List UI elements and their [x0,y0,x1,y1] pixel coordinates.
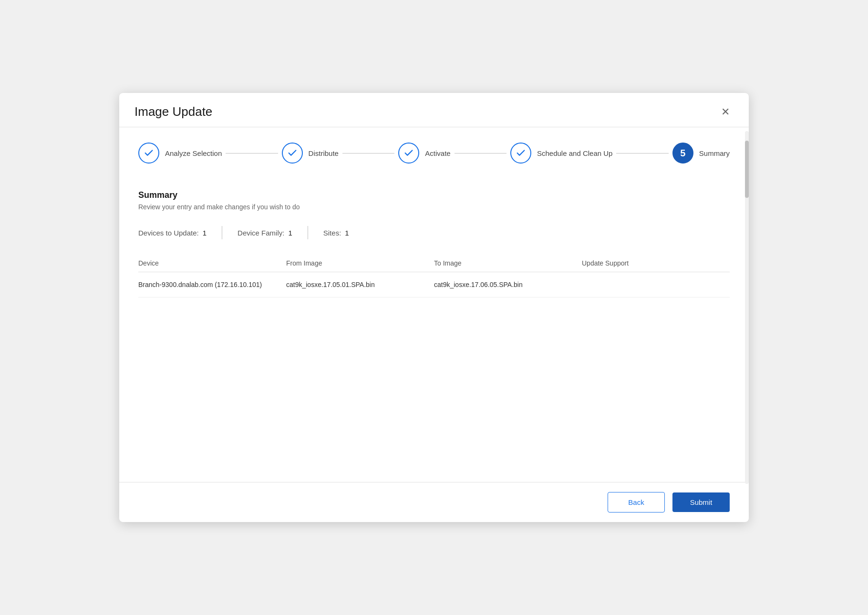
step-5-number: 5 [680,148,685,159]
col-header-from: From Image [286,259,434,267]
steps-bar: Analyze Selection Distribute Activate [119,127,749,179]
col-header-to: To Image [434,259,582,267]
table-row: Branch-9300.dnalab.com (172.16.10.101) c… [138,272,730,297]
check-icon-1 [144,148,154,158]
cell-to-image: cat9k_iosxe.17.06.05.SPA.bin [434,281,582,288]
table-header: Device From Image To Image Update Suppor… [138,255,730,272]
summary-subtitle: Review your entry and make changes if yo… [138,203,730,211]
col-header-support: Update Support [582,259,730,267]
step-2-label: Distribute [309,149,339,157]
step-1-circle [138,143,159,164]
family-value: 1 [288,229,292,237]
summary-table: Device From Image To Image Update Suppor… [138,255,730,297]
modal-title: Image Update [134,104,212,119]
scroll-track[interactable] [745,131,749,484]
sites-value: 1 [345,229,349,237]
stat-family: Device Family: 1 [238,229,308,237]
check-icon-4 [516,148,526,158]
close-icon: ✕ [721,106,730,118]
modal-container: Image Update ✕ Analyze Selection Distrib… [119,93,749,522]
devices-value: 1 [203,229,207,237]
cell-from-image: cat9k_iosxe.17.05.01.SPA.bin [286,281,434,288]
connector-4 [616,153,668,154]
step-activate: Activate [398,143,450,164]
step-5-label: Summary [699,149,730,157]
step-3-label: Activate [425,149,450,157]
step-5-circle: 5 [672,143,693,164]
step-summary: 5 Summary [672,143,730,164]
connector-1 [226,153,278,154]
cell-device: Branch-9300.dnalab.com (172.16.10.101) [138,281,286,288]
close-button[interactable]: ✕ [717,105,734,119]
scroll-thumb[interactable] [745,141,749,198]
check-icon-3 [403,148,414,158]
modal-footer: Back Submit [119,482,749,522]
connector-3 [455,153,506,154]
step-analyze: Analyze Selection [138,143,222,164]
stat-sites: Sites: 1 [323,229,364,237]
cell-update-support [582,281,730,288]
submit-button[interactable]: Submit [672,492,730,512]
modal-body: Summary Review your entry and make chang… [119,179,749,482]
stat-divider-1 [222,226,222,239]
step-4-label: Schedule and Clean Up [537,149,612,157]
connector-2 [342,153,394,154]
sites-label: Sites: [323,229,341,237]
step-1-label: Analyze Selection [165,149,222,157]
stat-divider-2 [308,226,308,239]
stat-devices: Devices to Update: 1 [138,229,222,237]
step-schedule: Schedule and Clean Up [510,143,612,164]
step-distribute: Distribute [282,143,339,164]
stats-row: Devices to Update: 1 Device Family: 1 Si… [138,226,730,239]
step-4-circle [510,143,531,164]
summary-title: Summary [138,190,730,200]
modal-header: Image Update ✕ [119,93,749,127]
family-label: Device Family: [238,229,284,237]
step-3-circle [398,143,419,164]
check-icon-2 [287,148,298,158]
col-header-device: Device [138,259,286,267]
back-button[interactable]: Back [608,492,665,512]
step-2-circle [282,143,303,164]
devices-label: Devices to Update: [138,229,199,237]
